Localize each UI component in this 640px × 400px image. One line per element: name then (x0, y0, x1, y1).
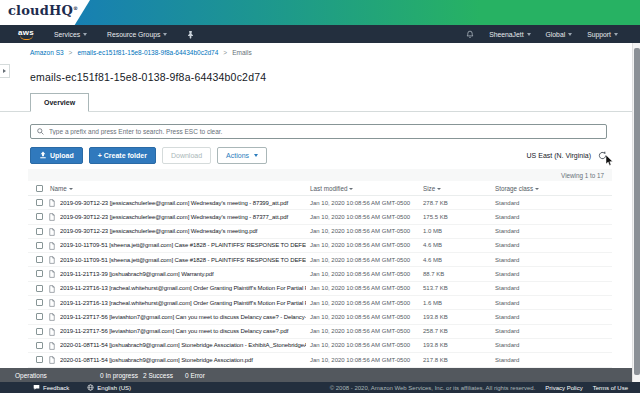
nav-services[interactable]: Services (54, 31, 87, 38)
object-name-link[interactable]: 2019-09-30T12-23 [jessicaschulerlee@gmai… (60, 200, 306, 206)
nav-region-menu[interactable]: Global (546, 31, 573, 38)
table-row[interactable]: 2019-11-23T17-56 [leviashton7@gmail.com]… (28, 325, 612, 339)
aws-smile-icon (20, 35, 33, 40)
storage-class-value: Standard (495, 285, 519, 291)
file-icon (49, 199, 55, 208)
object-name-link[interactable]: 2019-11-23T16-13 [racheal.whitehurst@gma… (60, 300, 306, 306)
operations-label[interactable]: Operations (15, 372, 47, 379)
last-modified-value: Jan 10, 2020 10:08:56 AM GMT-0500 (310, 200, 410, 206)
footer-right-group: © 2008 - 2020, Amazon Web Services, Inc.… (330, 385, 628, 391)
row-checkbox[interactable] (36, 228, 43, 235)
terms-of-use-link[interactable]: Terms of Use (593, 385, 628, 391)
row-checkbox[interactable] (36, 356, 43, 363)
row-checkbox[interactable] (36, 242, 43, 249)
aws-logo[interactable]: aws (18, 29, 34, 40)
create-folder-button[interactable]: + Create folder (89, 147, 156, 164)
row-checkbox[interactable] (36, 342, 43, 349)
row-checkbox[interactable] (36, 199, 43, 206)
object-name-link[interactable]: 2020-01-08T11-54 [joshuabrach9@gmail.com… (60, 357, 306, 363)
registered-mark: ® (73, 5, 78, 11)
account-name: SheenaJett (489, 31, 523, 38)
row-checkbox[interactable] (36, 213, 43, 220)
sort-caret-icon (69, 188, 73, 190)
pin-icon[interactable] (187, 30, 194, 39)
table-row[interactable]: 2019-11-23T16-13 [racheal.whitehurst@gma… (28, 296, 612, 310)
table-row[interactable]: 2019-10-11T09-51 [sheena.jett@gmail.com]… (28, 239, 612, 253)
size-value: 217.8 KB (423, 357, 448, 363)
object-name-link[interactable]: 2019-11-23T17-56 [leviashton7@gmail.com]… (60, 328, 306, 334)
table-row[interactable]: 2020-01-08T11-54 [joshuabrach9@gmail.com… (28, 353, 612, 367)
breadcrumb-current-folder: Emails (232, 49, 252, 56)
object-name-link[interactable]: 2019-11-23T17-56 [leviashton7@gmail.com]… (60, 314, 306, 320)
object-name-link[interactable]: 2019-10-11T09-51 [sheena.jett@gmail.com]… (60, 242, 306, 248)
language-selector[interactable]: English (US) (87, 384, 131, 391)
row-checkbox[interactable] (36, 313, 43, 320)
table-row[interactable]: 2020-01-08T11-54 [joshuabrach9@gmail.com… (28, 339, 612, 353)
row-checkbox[interactable] (36, 256, 43, 263)
sort-caret-icon (437, 188, 441, 190)
table-row[interactable]: 2019-10-11T09-51 [sheena.jett@gmail.com]… (28, 253, 612, 267)
operations-bar: Operations 0 In progress 2 Success 0 Err… (0, 368, 640, 382)
breadcrumb-amazon-s3[interactable]: Amazon S3 (30, 49, 64, 56)
side-panel-expander[interactable] (0, 64, 10, 78)
column-header-storage-class[interactable]: Storage class (495, 185, 539, 192)
size-value: 193.8 KB (423, 342, 448, 348)
scrollbar-thumb[interactable] (634, 48, 640, 375)
breadcrumb-bucket[interactable]: emails-ec151f81-15e8-0138-9f8a-64434b0c2… (77, 49, 218, 56)
privacy-policy-link[interactable]: Privacy Policy (545, 385, 582, 391)
vertical-scrollbar[interactable] (632, 43, 640, 382)
operations-success[interactable]: 2 Success (143, 372, 173, 379)
aws-navbar: aws Services Resource Groups SheenaJett … (0, 25, 640, 43)
row-checkbox[interactable] (36, 270, 43, 277)
tab-overview-label: Overview (44, 99, 75, 106)
actions-button[interactable]: Actions (217, 147, 267, 164)
operations-in-progress[interactable]: 0 In progress (100, 372, 138, 379)
select-all-checkbox[interactable] (36, 185, 43, 192)
table-row[interactable]: 2019-11-23T16-13 [racheal.whitehurst@gma… (28, 282, 612, 296)
table-row[interactable]: 2019-09-30T12-23 [jessicaschulerlee@gmai… (28, 225, 612, 239)
object-name-link[interactable]: 2020-01-08T11-54 [joshuabrach9@gmail.com… (60, 342, 306, 348)
size-value: 193.8 KB (423, 314, 448, 320)
row-checkbox[interactable] (36, 299, 43, 306)
upload-button[interactable]: Upload (30, 147, 83, 164)
nav-resource-groups-label: Resource Groups (107, 31, 160, 38)
feedback-button[interactable]: Feedback (33, 384, 69, 391)
chevron-down-icon (163, 33, 167, 36)
search-input[interactable] (49, 128, 600, 135)
last-modified-value: Jan 10, 2020 10:08:56 AM GMT-0500 (310, 342, 410, 348)
column-header-name[interactable]: Name (50, 185, 73, 192)
size-value: 513.7 KB (423, 285, 448, 291)
nav-services-label: Services (54, 31, 80, 38)
nav-support-menu[interactable]: Support (587, 31, 618, 38)
table-row[interactable]: 2019-09-30T12-23 [jessicaschulerlee@gmai… (28, 196, 612, 210)
row-checkbox[interactable] (36, 285, 43, 292)
column-header-last-modified[interactable]: Last modified (310, 185, 353, 192)
table-row[interactable]: 2019-11-21T13-39 [joshuabrach9@gmail.com… (28, 267, 612, 281)
notifications-bell-icon[interactable] (466, 30, 474, 39)
chevron-down-icon (254, 154, 258, 157)
row-checkbox[interactable] (36, 328, 43, 335)
last-modified-value: Jan 10, 2020 10:08:56 AM GMT-0500 (310, 314, 410, 320)
table-row[interactable]: 2019-09-30T12-23 [jessicaschulerlee@gmai… (28, 210, 612, 224)
nav-account-menu[interactable]: SheenaJett (489, 31, 530, 38)
nav-resource-groups[interactable]: Resource Groups (107, 31, 167, 38)
object-name-link[interactable]: 2019-10-11T09-51 [sheena.jett@gmail.com]… (60, 257, 306, 263)
actions-button-label: Actions (226, 152, 249, 159)
toolbar: Upload + Create folder Download Actions … (30, 146, 607, 164)
app-window: cloudHQ® aws Services Resource Groups Sh… (0, 0, 640, 400)
chevron-down-icon (527, 33, 531, 36)
operations-error[interactable]: 0 Error (185, 372, 205, 379)
size-value: 278.7 KB (423, 200, 448, 206)
size-value: 1.0 MB (423, 228, 442, 234)
tab-overview[interactable]: Overview (30, 93, 89, 112)
table-row[interactable]: 2019-11-23T17-56 [leviashton7@gmail.com]… (28, 310, 612, 324)
object-name-link[interactable]: 2019-09-30T12-23 [jessicaschulerlee@gmai… (60, 228, 306, 234)
storage-class-value: Standard (495, 300, 519, 306)
column-header-size[interactable]: Size (423, 185, 441, 192)
object-name-link[interactable]: 2019-11-23T16-13 [racheal.whitehurst@gma… (60, 285, 306, 291)
object-name-link[interactable]: 2019-11-21T13-39 [joshuabrach9@gmail.com… (60, 271, 306, 277)
download-button[interactable]: Download (162, 147, 211, 164)
copyright-text: © 2008 - 2020, Amazon Web Services, Inc.… (330, 385, 536, 391)
object-name-link[interactable]: 2019-09-30T12-23 [jessicaschulerlee@gmai… (60, 214, 306, 220)
viewing-range: Viewing 1 to 17 (28, 169, 612, 181)
